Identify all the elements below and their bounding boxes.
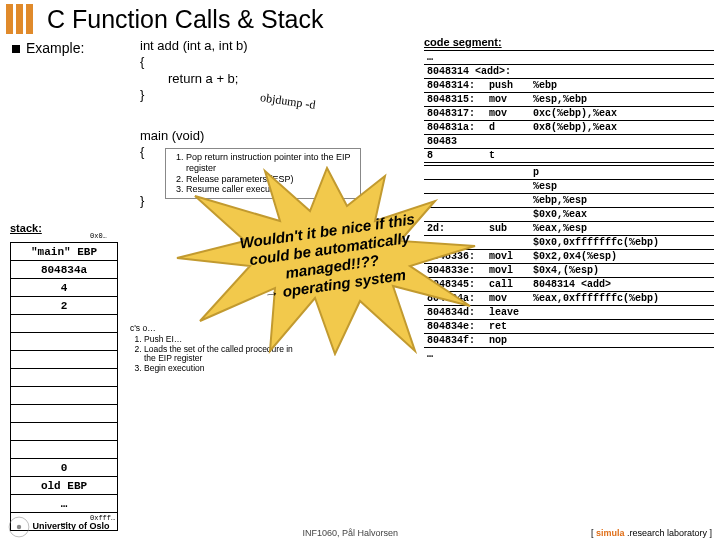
- svg-point-2: [17, 525, 21, 529]
- title-bar: C Function Calls & Stack: [0, 0, 720, 36]
- stack-cell: 804834a: [11, 261, 118, 279]
- code-line: }: [140, 87, 248, 103]
- stack-cell: 0: [11, 459, 118, 477]
- stack-cell: [11, 405, 118, 423]
- slide-content: Example: int add (int a, int b) { return…: [0, 36, 720, 526]
- stack-cell: [11, 387, 118, 405]
- slide-title: C Function Calls & Stack: [47, 5, 324, 34]
- stack-cell: old EBP: [11, 477, 118, 495]
- asm-row: 804831a: d0x8(%ebp),%eax: [424, 121, 714, 135]
- uio-logo-icon: [8, 516, 30, 538]
- stack-cell: [11, 441, 118, 459]
- asm-row: 8048317:mov0xc(%ebp),%eax: [424, 107, 714, 121]
- asm-row: 80483: [424, 135, 714, 149]
- asm-row: …: [424, 51, 714, 65]
- code-segment-title: code segment:: [424, 36, 714, 48]
- stack-cell: 2: [11, 297, 118, 315]
- stack-cell: [11, 333, 118, 351]
- code-line: main (void): [140, 128, 204, 144]
- stack-cell: "main" EBP: [11, 243, 118, 261]
- footer-right: [ simula .research laboratory ]: [591, 528, 712, 538]
- title-accent-bars: [6, 4, 33, 34]
- code-line: {: [140, 54, 248, 70]
- slide-footer: University of Oslo INF1060, Pål Halvorse…: [0, 516, 720, 538]
- asm-row: 8048315:mov%esp,%ebp: [424, 93, 714, 107]
- asm-row: 8t: [424, 149, 714, 163]
- stack-cell: [11, 423, 118, 441]
- stack-label: stack:: [10, 222, 42, 234]
- objdump-annotation: objdump -d: [259, 90, 316, 113]
- bullet-icon: [12, 45, 20, 53]
- stack-cell: [11, 315, 118, 333]
- footer-left: University of Oslo: [8, 516, 110, 538]
- stack-cell: [11, 369, 118, 387]
- example-label: Example:: [12, 40, 84, 56]
- footer-center: INF1060, Pål Halvorsen: [110, 528, 591, 538]
- code-line: int add (int a, int b): [140, 38, 248, 54]
- stack-cell: [11, 351, 118, 369]
- starburst-callout: Wouldn't it be nice if this could be aut…: [175, 166, 480, 356]
- stack-diagram: "main" EBP804834a420old EBP……: [10, 242, 118, 531]
- stack-cell: 4: [11, 279, 118, 297]
- stack-cell: …: [11, 495, 118, 513]
- code-line: return a + b;: [140, 71, 248, 87]
- code-add-function: int add (int a, int b) { return a + b; }: [140, 38, 248, 103]
- asm-row: 8048314 <add>:: [424, 65, 714, 79]
- asm-row: 8048314:push%ebp: [424, 79, 714, 93]
- stack-top-addr: 0x0…: [90, 232, 107, 240]
